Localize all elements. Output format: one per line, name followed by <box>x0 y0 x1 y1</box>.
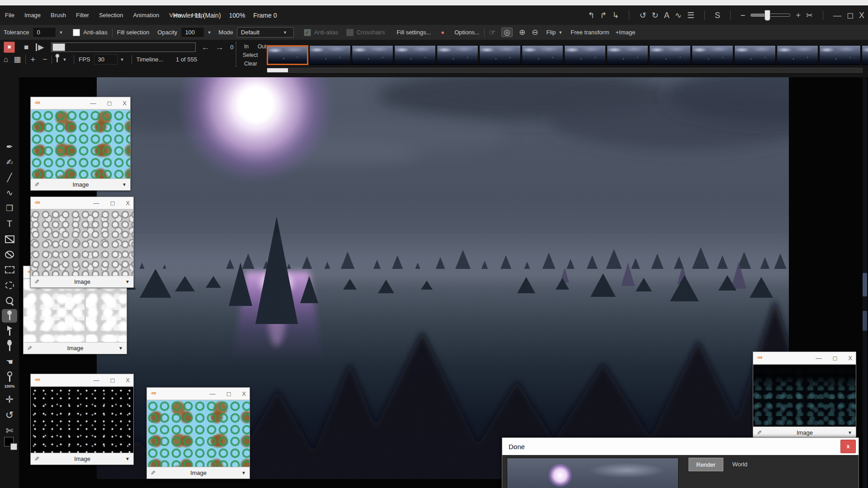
close-icon[interactable]: X <box>242 390 246 397</box>
line-tool[interactable]: ╱ <box>2 171 17 184</box>
dropper-icon[interactable]: ✎ <box>34 181 39 188</box>
close-icon[interactable]: X <box>126 200 130 206</box>
fps-value[interactable]: 30 <box>94 54 118 65</box>
window-titlebar[interactable]: ✏ — ◻ X <box>753 352 856 364</box>
window-titlebar[interactable]: ✏ — ◻ X <box>31 374 133 386</box>
close-icon[interactable]: X <box>123 100 127 107</box>
footer-dropdown-icon[interactable]: ▼ <box>118 346 123 351</box>
filmstrip-frame[interactable] <box>734 45 776 65</box>
flip-dropdown-icon[interactable]: ▼ <box>558 30 562 35</box>
image-content[interactable] <box>24 278 127 343</box>
brush-size-slider[interactable] <box>750 14 790 17</box>
window-titlebar[interactable]: ✏ — ◻ X <box>147 388 250 400</box>
secondary-color-swatch[interactable] <box>10 443 17 450</box>
window-titlebar[interactable]: ✏ — ◻ X <box>31 197 133 209</box>
filmstrip-frame[interactable] <box>267 45 308 65</box>
options-button[interactable]: Options... <box>454 29 480 36</box>
select-label[interactable]: Select <box>243 52 258 58</box>
pan-hand-tool[interactable]: ☚ <box>2 355 17 369</box>
dialog-titlebar[interactable]: Done x <box>502 438 859 455</box>
minimize-icon[interactable]: — <box>210 390 216 397</box>
tab-world[interactable]: World <box>725 458 755 470</box>
scrubber-thumb[interactable] <box>52 43 65 51</box>
filmstrip-frame[interactable] <box>352 45 393 65</box>
in-label[interactable]: In <box>244 43 249 50</box>
filmstrip-frame[interactable] <box>522 45 563 65</box>
restore-icon[interactable]: ◻ <box>110 200 115 206</box>
curve-warp-icon[interactable]: ∿ <box>675 11 682 19</box>
pin-tool-selected[interactable] <box>2 309 17 323</box>
menu-image[interactable]: Image <box>19 5 46 25</box>
image-content[interactable] <box>31 109 130 179</box>
fill-selection-label[interactable]: Fill selection <box>117 29 150 36</box>
onion-skin-icon[interactable]: ⌂ <box>4 56 8 63</box>
opacity-dropdown-icon[interactable]: ▼ <box>207 30 211 35</box>
image-content[interactable] <box>31 209 133 276</box>
image-content[interactable] <box>147 400 250 467</box>
filmstrip-frame[interactable] <box>437 45 478 65</box>
opacity-value[interactable]: 100 <box>181 27 204 38</box>
close-icon[interactable]: X <box>848 355 852 361</box>
flag-pin-tool[interactable] <box>2 324 17 338</box>
swap-buffer-3-icon[interactable]: ↳ <box>612 11 619 19</box>
menu-animation[interactable]: Animation <box>128 5 164 25</box>
filmstrip-icon[interactable]: ▦ <box>14 56 21 63</box>
filmstrip-frame[interactable] <box>692 45 733 65</box>
redo-icon[interactable]: ↻ <box>652 11 659 19</box>
lasso-tool[interactable]: ✍ <box>2 155 17 169</box>
menu-selection[interactable]: Selection <box>94 5 128 25</box>
minimize-icon[interactable]: — <box>816 355 822 361</box>
close-timeline-button[interactable]: ✖ <box>4 42 15 53</box>
dropper-icon[interactable]: ✎ <box>151 469 156 476</box>
restore-window-icon[interactable]: ◻ <box>847 11 854 19</box>
cutout-icon[interactable]: ✂ <box>806 11 813 19</box>
close-window-icon[interactable]: X <box>859 11 864 19</box>
slider-thumb[interactable] <box>764 10 770 21</box>
cut-tool[interactable]: ✄ <box>2 424 17 437</box>
restore-icon[interactable]: ◻ <box>226 390 231 397</box>
remove-frame-icon[interactable]: − <box>42 56 47 63</box>
rect-select-tool[interactable] <box>2 263 17 277</box>
fps-dropdown-icon[interactable]: ▼ <box>120 57 124 62</box>
prev-frame-icon[interactable]: ← <box>201 42 210 52</box>
swap-buffer-icon[interactable]: ↰ <box>588 11 594 19</box>
warp-text-icon[interactable]: A <box>664 11 670 19</box>
next-frame-icon[interactable]: → <box>215 42 224 52</box>
canvas-scrollbar[interactable] <box>863 77 867 488</box>
zoom-in-icon[interactable]: ⊕ <box>519 28 525 36</box>
filmstrip-frame[interactable] <box>309 45 351 65</box>
mode-select[interactable]: Default ▼ <box>237 27 294 38</box>
minimize-icon[interactable]: — <box>94 377 99 384</box>
dropper-icon[interactable]: ✎ <box>757 429 762 436</box>
move-tool[interactable]: ✛ <box>2 392 17 406</box>
filmstrip-frame[interactable] <box>564 45 606 65</box>
image-window-green-2[interactable]: ✏ — ◻ X ✎ Image ▼ <box>146 387 250 479</box>
dropper-icon[interactable]: ✎ <box>34 278 39 285</box>
stop-icon[interactable]: ■ <box>24 43 28 51</box>
filled-ellipse-tool[interactable] <box>2 248 17 261</box>
minimize-icon[interactable]: — <box>94 200 99 206</box>
filmstrip-frame[interactable] <box>777 45 818 65</box>
undo-icon[interactable]: ↺ <box>639 11 646 19</box>
dialog-close-button[interactable]: x <box>840 440 856 453</box>
image-window-graycells[interactable]: ✏ — ◻ X ✎ Image ▼ <box>30 197 134 288</box>
keyframe-dropdown-icon[interactable]: ▼ <box>62 57 66 62</box>
menu-filter[interactable]: Filter <box>71 5 94 25</box>
free-transform-button[interactable]: Free transform <box>571 29 609 36</box>
curve-tool[interactable]: ∿ <box>2 186 17 200</box>
text-tool[interactable]: T <box>2 217 17 230</box>
frame-scrubber[interactable] <box>51 42 196 52</box>
window-titlebar[interactable]: ✏ — ◻ X <box>31 97 130 109</box>
plus-image-button[interactable]: +Image <box>616 29 636 36</box>
image-window-green-1[interactable]: ✏ — ◻ X ✎ Image ▼ <box>30 97 131 191</box>
filmstrip-frame[interactable] <box>394 45 436 65</box>
tolerance-value[interactable]: 0 <box>33 27 56 38</box>
out-label[interactable]: Out <box>258 43 266 50</box>
zoom-tool-selected[interactable]: ◎ <box>501 28 513 37</box>
layers-panel-icon[interactable]: ☰ <box>687 11 694 19</box>
scrollbar-segment[interactable] <box>863 273 867 296</box>
menu-brush[interactable]: Brush <box>46 5 71 25</box>
image-window-dark[interactable]: ✏ — ◻ X ✎ Image ▼ <box>753 352 856 439</box>
antialias-checkbox[interactable] <box>73 29 80 36</box>
timeline-progress-bar[interactable] <box>267 68 863 73</box>
